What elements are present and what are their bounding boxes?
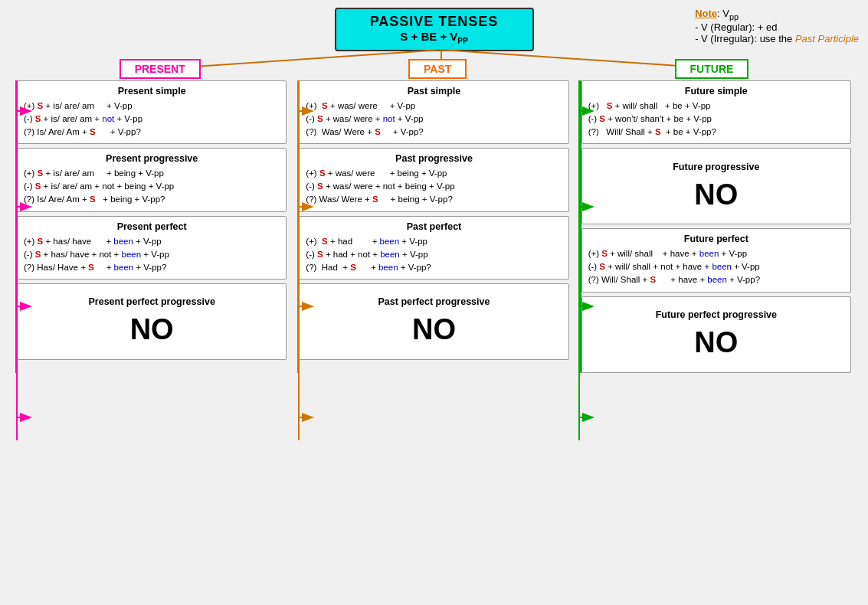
pastprog-line1: (+) S + was/ were + being + V-pp bbox=[306, 167, 562, 179]
futperf-line1: (+) S + will/ shall + have + been + V-pp bbox=[588, 247, 844, 260]
pp-line3: (?) Is/ Are/ Am + S + being + V-pp? bbox=[24, 193, 280, 205]
ps-line3: (?) Is/ Are/ Am + S + V-pp? bbox=[24, 126, 280, 138]
past-simple-box: Past simple (+) S + was/ were + V-pp (-)… bbox=[299, 80, 568, 144]
pastsim-line3: (?) Was/ Were + S + V-pp? bbox=[306, 126, 562, 138]
ps-line1: (+) S + is/ are/ am + V-pp bbox=[24, 100, 280, 112]
futprog-title: Future progressive bbox=[673, 162, 759, 172]
col-header-future: FUTURE bbox=[675, 59, 749, 79]
present-simple-box: Present simple (+) S + is/ are/ am + V-p… bbox=[17, 80, 287, 144]
pastperf-line3: (?) Had + S + been + V-pp? bbox=[306, 261, 562, 273]
ppp-no: NO bbox=[130, 313, 174, 346]
future-perfect-box: Future perfect (+) S + will/ shall + hav… bbox=[581, 228, 851, 292]
pprogp-title: Past perfect progressive bbox=[378, 296, 490, 307]
main-grid: Present simple (+) S + is/ are/ am + V-p… bbox=[8, 80, 860, 373]
col-headers: PRESENT PAST FUTURE bbox=[15, 59, 853, 79]
top-section: PASSIVE TENSES S + BE + VPP PRESENT PAST… bbox=[8, 8, 860, 80]
past-perfect-progressive-box: Past perfect progressive NO bbox=[299, 283, 568, 360]
futperfprog-no: NO bbox=[694, 326, 738, 359]
pastprog-line2: (-) S + was/ were + not + being + V-pp bbox=[306, 180, 562, 192]
futsim-line1: (+) S + will/ shall + be + V-pp bbox=[588, 100, 844, 112]
future-simple-box: Future simple (+) S + will/ shall + be +… bbox=[581, 80, 851, 144]
pastperf-line2: (-) S + had + not + been + V-pp bbox=[306, 248, 562, 260]
present-progressive-title: Present progressive bbox=[24, 153, 280, 164]
present-simple-title: Present simple bbox=[24, 86, 280, 96]
present-column: Present simple (+) S + is/ are/ am + V-p… bbox=[14, 80, 290, 373]
future-column: Future simple (+) S + will/ shall + be +… bbox=[578, 80, 854, 373]
past-column: Past simple (+) S + was/ were + V-pp (-)… bbox=[296, 80, 572, 373]
page: Note: Vpp - V (Regular): + ed - V (Irreg… bbox=[0, 0, 868, 605]
futperf-line3: (?) Will/ Shall + S + have + been + V-pp… bbox=[588, 273, 844, 286]
future-perfect-progressive-box: Future perfect progressive NO bbox=[581, 296, 851, 373]
pperf-line2: (-) S + has/ have + not + been + V-pp bbox=[24, 248, 280, 260]
pastprog-line3: (?) Was/ Were + S + being + V-pp? bbox=[306, 193, 562, 205]
pperf-line3: (?) Has/ Have + S + been + V-pp? bbox=[24, 261, 280, 273]
future-progressive-box: Future progressive NO bbox=[581, 148, 851, 224]
present-perfect-box: Present perfect (+) S + has/ have + been… bbox=[17, 216, 287, 280]
col-header-present: PRESENT bbox=[120, 59, 201, 79]
futsim-line3: (?) Will/ Shall + S + be + V-pp? bbox=[588, 126, 844, 138]
present-progressive-box: Present progressive (+) S + is/ are/ am … bbox=[17, 148, 287, 211]
futperfprog-title: Future perfect progressive bbox=[656, 309, 777, 320]
futprog-no: NO bbox=[694, 178, 738, 211]
future-perfect-title: Future perfect bbox=[588, 234, 844, 244]
pperf-line1: (+) S + has/ have + been + V-pp bbox=[24, 235, 280, 247]
pastperf-line1: (+) S + had + been + V-pp bbox=[306, 235, 562, 247]
present-perfect-progressive-box: Present perfect progressive NO bbox=[17, 283, 287, 360]
futsim-line2: (-) S + won't/ shan't + be + V-pp bbox=[588, 113, 844, 125]
past-progressive-title: Past progressive bbox=[306, 153, 562, 164]
ppp-title: Present perfect progressive bbox=[88, 296, 215, 307]
ps-line2: (-) S + is/ are/ am + not + V-pp bbox=[24, 113, 280, 125]
pp-line1: (+) S + is/ are/ am + being + V-pp bbox=[24, 167, 280, 179]
col-header-past: PAST bbox=[408, 59, 467, 79]
past-perfect-title: Past perfect bbox=[306, 221, 562, 232]
past-perfect-box: Past perfect (+) S + had + been + V-pp (… bbox=[299, 216, 568, 280]
past-simple-title: Past simple bbox=[306, 86, 562, 96]
pastsim-line2: (-) S + was/ were + not + V-pp bbox=[306, 113, 562, 125]
futperf-line2: (-) S + will/ shall + not + have + been … bbox=[588, 260, 844, 273]
pp-line2: (-) S + is/ are/ am + not + being + V-pp bbox=[24, 180, 280, 192]
future-simple-title: Future simple bbox=[588, 86, 844, 96]
past-progressive-box: Past progressive (+) S + was/ were + bei… bbox=[299, 148, 568, 211]
pastsim-line1: (+) S + was/ were + V-pp bbox=[306, 100, 562, 112]
present-perfect-title: Present perfect bbox=[24, 221, 280, 232]
pprogp-no: NO bbox=[412, 313, 456, 346]
